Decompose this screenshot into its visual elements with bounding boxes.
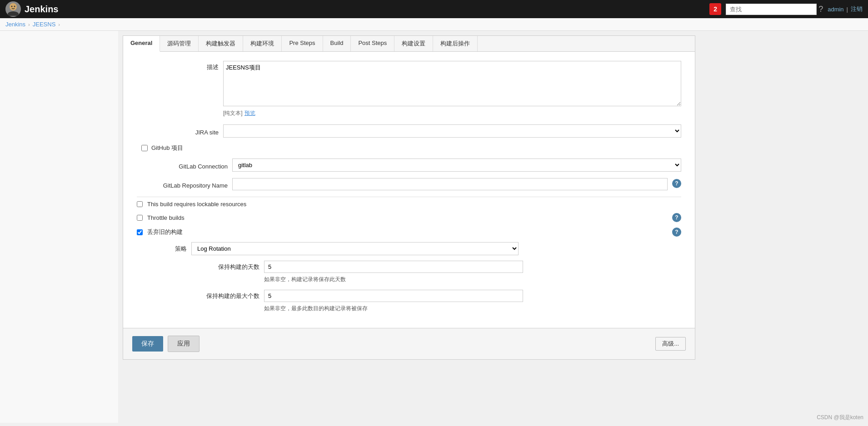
advanced-button[interactable]: 高级... — [655, 337, 686, 351]
plain-text-hint: [纯文本] — [223, 109, 243, 117]
github-checkbox[interactable] — [141, 145, 148, 151]
tabs-bar: General 源码管理 构建触发器 构建环境 Pre Steps Build … — [123, 36, 695, 52]
save-button[interactable]: 保存 — [132, 336, 163, 352]
discard-label: 丢弃旧的构建 — [147, 228, 668, 236]
breadcrumb: Jenkins › JEESNS › — [0, 18, 868, 31]
divider-1 — [137, 197, 681, 197]
discard-checkbox[interactable] — [137, 229, 143, 235]
github-checkbox-row: GitHub 项目 — [137, 144, 681, 152]
page-layout: General 源码管理 构建触发器 构建环境 Pre Steps Build … — [0, 31, 868, 423]
notification-badge[interactable]: 2 — [709, 3, 721, 15]
tab-trigger[interactable]: 构建触发器 — [199, 36, 243, 51]
keep-max-row: 保持构建的最大个数 5 — [196, 290, 681, 302]
throttle-help-icon[interactable]: ? — [672, 213, 681, 222]
gitlab-repo-row: GitLab Repository Name ? — [137, 178, 681, 190]
jira-select[interactable] — [223, 124, 681, 138]
app-title: Jenkins — [25, 4, 58, 15]
svg-point-1 — [8, 11, 19, 16]
keep-max-hint: 如果非空，最多此数目的构建记录将被保存 — [264, 305, 681, 312]
discard-help-icon[interactable]: ? — [672, 228, 681, 237]
watermark: CSDN @我是koten — [817, 414, 863, 421]
keep-days-label: 保持构建的天数 — [196, 263, 259, 271]
config-container: General 源码管理 构建触发器 构建环境 Pre Steps Build … — [123, 35, 695, 360]
keep-days-row: 保持构建的天数 5 — [196, 261, 681, 273]
keep-days-input[interactable]: 5 — [264, 261, 523, 273]
strategy-select[interactable]: Log Rotation — [191, 242, 519, 255]
keep-max-input[interactable]: 5 — [264, 290, 523, 302]
gitlab-repo-label: GitLab Repository Name — [137, 180, 228, 189]
preview-link[interactable]: 预览 — [244, 109, 255, 117]
svg-point-0 — [10, 3, 17, 10]
strategy-select-wrapper: Log Rotation — [191, 242, 681, 255]
main-content: General 源码管理 构建触发器 构建环境 Pre Steps Build … — [118, 31, 868, 423]
discard-row: 丢弃旧的构建 ? — [137, 228, 681, 237]
form-footer: 保存 应用 高级... — [123, 328, 695, 359]
strategy-section: 策略 Log Rotation 保持构建的天数 5 如果 — [150, 242, 681, 312]
gitlab-repo-help-icon[interactable]: ? — [672, 179, 681, 188]
lockable-row: This build requires lockable resources — [137, 201, 681, 208]
gitlab-connection-row: GitLab Connection gitlab — [137, 159, 681, 172]
keep-days-hint: 如果非空，构建记录将保存此天数 — [264, 276, 681, 283]
search-input[interactable] — [726, 4, 817, 15]
lockable-label: This build requires lockable resources — [147, 201, 246, 208]
breadcrumb-jenkins[interactable]: Jenkins — [5, 21, 25, 28]
github-label: GitHub 项目 — [151, 144, 183, 152]
tab-build[interactable]: Build — [323, 36, 351, 51]
jira-select-wrapper — [223, 124, 681, 138]
breadcrumb-sep-2: › — [58, 22, 60, 27]
keep-days-section: 保持构建的天数 5 如果非空，构建记录将保存此天数 保持构建的最大个数 5 如果… — [196, 261, 681, 312]
username-link[interactable]: admin — [828, 6, 843, 13]
form-content: 描述 JEESNS项目 [纯文本] 预览 JIRA site — [123, 52, 695, 328]
tab-source[interactable]: 源码管理 — [160, 36, 199, 51]
strategy-label: 策略 — [150, 245, 187, 253]
description-label: 描述 — [137, 61, 219, 71]
tab-settings[interactable]: 构建设置 — [394, 36, 433, 51]
header: Jenkins 2 ? admin | 注销 — [0, 0, 868, 18]
gitlab-repo-input[interactable] — [232, 178, 668, 190]
jenkins-avatar — [5, 1, 21, 17]
user-area: admin | 注销 — [828, 5, 863, 13]
tab-presteps[interactable]: Pre Steps — [282, 36, 323, 51]
strategy-row: 策略 Log Rotation — [150, 242, 681, 255]
tab-env[interactable]: 构建环境 — [243, 36, 282, 51]
svg-point-3 — [14, 6, 15, 7]
tab-general[interactable]: General — [123, 36, 160, 52]
throttle-label: Throttle builds — [147, 214, 668, 221]
search-box: ? — [726, 4, 823, 15]
jira-label: JIRA site — [137, 127, 219, 136]
description-textarea[interactable]: JEESNS项目 — [223, 61, 681, 106]
jira-row: JIRA site — [137, 124, 681, 138]
tab-postbuild[interactable]: 构建后操作 — [433, 36, 478, 51]
apply-button[interactable]: 应用 — [168, 336, 200, 352]
header-separator: | — [847, 6, 848, 13]
logout-link[interactable]: 注销 — [851, 5, 863, 13]
help-icon[interactable]: ? — [818, 5, 823, 14]
gitlab-connection-label: GitLab Connection — [137, 161, 228, 170]
breadcrumb-sep-1: › — [28, 22, 30, 27]
description-row: 描述 JEESNS项目 [纯文本] 预览 — [137, 61, 681, 117]
breadcrumb-jeesns[interactable]: JEESNS — [33, 21, 56, 28]
keep-max-label: 保持构建的最大个数 — [196, 292, 259, 300]
gitlab-connection-wrapper: gitlab — [232, 159, 681, 172]
gitlab-connection-select[interactable]: gitlab — [232, 159, 681, 172]
tab-poststeps[interactable]: Post Steps — [351, 36, 394, 51]
throttle-checkbox[interactable] — [137, 215, 143, 221]
svg-point-2 — [11, 6, 13, 7]
sidebar — [0, 31, 118, 423]
gitlab-repo-wrapper: ? — [232, 178, 681, 190]
description-field: JEESNS项目 [纯文本] 预览 — [223, 61, 681, 117]
lockable-checkbox[interactable] — [137, 201, 143, 207]
throttle-row: Throttle builds ? — [137, 213, 681, 222]
logo-area: Jenkins — [5, 1, 705, 17]
